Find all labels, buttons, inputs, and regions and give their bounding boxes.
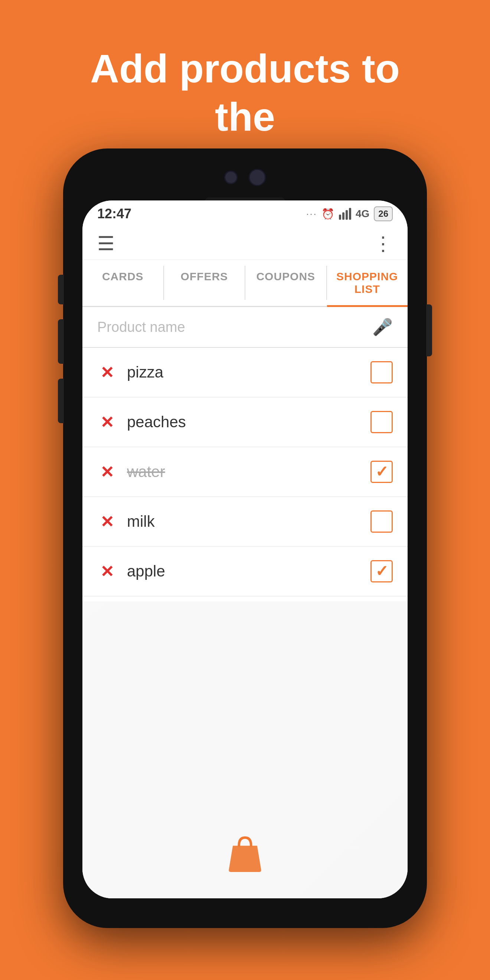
app-header: ☰ ⋮ [83, 227, 407, 260]
item-name-peaches: peaches [127, 413, 371, 431]
delete-water-button[interactable]: ✕ [97, 462, 116, 482]
delete-milk-button[interactable]: ✕ [97, 512, 116, 531]
status-time: 12:47 [97, 206, 131, 222]
alarm-icon: ⏰ [321, 208, 334, 220]
item-name-pizza: pizza [127, 363, 371, 381]
status-bar: 12:47 ··· ⏰ 4G 26 [83, 200, 407, 227]
front-camera-sensor [224, 171, 237, 184]
checkbox-apple[interactable]: ✓ [371, 560, 393, 582]
shopping-list-container: ✕ pizza ✕ peaches ✕ [83, 348, 407, 898]
checkbox-peaches[interactable] [371, 411, 393, 433]
power-button [426, 304, 432, 356]
item-name-apple: apple [127, 562, 371, 580]
item-name-water: water [127, 463, 371, 481]
x-icon: ✕ [100, 413, 114, 432]
network-type: 4G [356, 208, 369, 220]
list-item: ✕ water ✓ [83, 447, 407, 497]
list-item: ✕ milk [83, 497, 407, 547]
tab-shopping-list[interactable]: SHOPPING LIST [327, 260, 408, 306]
x-icon: ✕ [100, 512, 114, 531]
battery-icon: 26 [374, 207, 393, 221]
search-input[interactable]: Product name [97, 319, 372, 335]
status-dots: ··· [306, 208, 317, 220]
more-options-icon[interactable]: ⋮ [374, 232, 393, 255]
tab-cards[interactable]: CARDS [83, 260, 163, 306]
checkbox-water[interactable]: ✓ [371, 461, 393, 483]
front-camera-lens [249, 169, 266, 186]
signal-icon [339, 208, 351, 220]
silent-button [58, 275, 64, 304]
list-item: ✕ pizza [83, 348, 407, 398]
checkbox-milk[interactable] [371, 511, 393, 533]
shopping-bag-area [223, 832, 267, 876]
delete-apple-button[interactable]: ✕ [97, 562, 116, 581]
shopping-bag-icon [223, 832, 267, 876]
camera-area [224, 169, 266, 186]
checkbox-pizza[interactable] [371, 361, 393, 383]
volume-down-button [58, 379, 64, 423]
phone-screen: 12:47 ··· ⏰ 4G 26 [83, 200, 407, 898]
nav-tabs: CARDS OFFERS COUPONS SHOPPING LIST [83, 260, 407, 307]
status-icons: ··· ⏰ 4G 26 [306, 207, 393, 221]
volume-up-button [58, 319, 64, 364]
microphone-icon[interactable]: 🎤 [372, 317, 393, 337]
tab-coupons[interactable]: COUPONS [245, 260, 326, 306]
x-icon: ✕ [100, 562, 114, 581]
phone-frame: 12:47 ··· ⏰ 4G 26 [63, 148, 427, 928]
item-name-milk: milk [127, 513, 371, 530]
x-icon: ✕ [100, 463, 114, 482]
checkmark-icon: ✓ [375, 563, 388, 579]
delete-peaches-button[interactable]: ✕ [97, 412, 116, 432]
list-item: ✕ apple ✓ [83, 547, 407, 597]
checkmark-icon: ✓ [375, 464, 388, 480]
hamburger-menu-icon[interactable]: ☰ [97, 232, 115, 255]
search-bar: Product name 🎤 [83, 307, 407, 348]
tab-offers[interactable]: OFFERS [164, 260, 245, 306]
list-item: ✕ peaches [83, 398, 407, 447]
delete-pizza-button[interactable]: ✕ [97, 363, 116, 382]
x-icon: ✕ [100, 363, 114, 382]
